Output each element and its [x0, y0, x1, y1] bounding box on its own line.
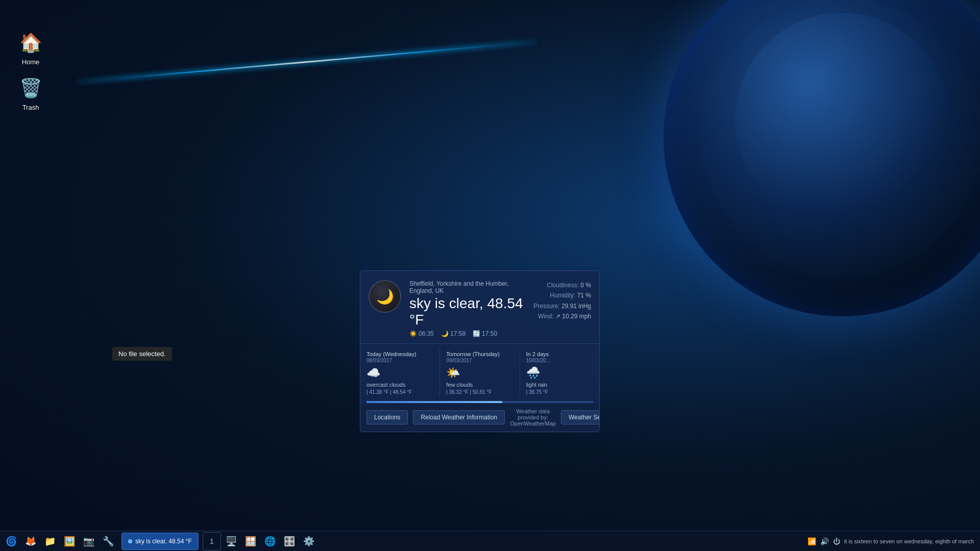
home-folder-icon: 🏠: [18, 31, 43, 55]
forecast-today-icon: ☁️: [366, 366, 433, 380]
taskbar-icon-filemanager[interactable]: 📁: [41, 532, 59, 550]
taskbar-power-icon[interactable]: ⏻: [833, 537, 840, 545]
taskbar-icon-settings[interactable]: 🔧: [99, 532, 117, 550]
weather-taskbar-button[interactable]: sky is clear, 48.54 °F: [121, 533, 199, 550]
taskbar-browser-icon[interactable]: 🪟: [241, 532, 260, 550]
weather-details: Cloudiness: 0 % Humidity: 71 % Pressure:…: [533, 280, 591, 322]
trash-icon[interactable]: 🗑️ Trash: [10, 76, 51, 111]
taskbar-volume-icon[interactable]: 🔊: [820, 537, 829, 545]
taskbar-app-label: sky is clear, 48.54 °F: [135, 538, 192, 545]
weather-settings-button[interactable]: Weather Settings: [561, 410, 600, 424]
locations-button[interactable]: Locations: [366, 410, 408, 424]
forecast-day2-label: In 2 days: [526, 351, 593, 357]
trash-icon-label: Trash: [22, 104, 39, 111]
weather-times: ☀️ 06:35 🌙 17:58 🔄 17:50: [409, 330, 525, 337]
forecast-tomorrow: Tomorrow (Thursday) 09/03/2017 🌤️ few cl…: [440, 349, 520, 397]
desktop-icons: 🏠 Home 🗑️ Trash: [10, 31, 51, 111]
taskbar-icon-screenshot[interactable]: 📷: [80, 532, 98, 550]
taskbar: 🌀 🦊 📁 🖼️ 📷 🔧 sky is clear, 48.54 °F 1 🖥️…: [0, 531, 980, 551]
home-icon-label: Home: [22, 58, 40, 66]
forecast-today-label: Today (Wednesday): [366, 351, 433, 357]
taskbar-network-status-icon[interactable]: 📶: [807, 537, 816, 545]
forecast-day2-date: 10/03/20...: [526, 358, 593, 363]
weather-temperature: sky is clear, 48.54 °F: [409, 295, 525, 328]
decorative-streak: [78, 41, 535, 83]
forecast-today-date: 08/03/2017: [366, 358, 433, 363]
trash-bin-icon: 🗑️: [18, 76, 43, 101]
weather-forecast: Today (Wednesday) 08/03/2017 ☁️ overcast…: [360, 344, 599, 401]
weather-main-section: 🌙 Sheffield, Yorkshire and the Humber, E…: [360, 271, 599, 343]
taskbar-icon-photos[interactable]: 🖼️: [60, 532, 79, 550]
weather-condition-icon: 🌙: [369, 280, 401, 313]
taskbar-workspace-icon[interactable]: 1: [203, 532, 221, 550]
forecast-today-desc: overcast clouds: [366, 382, 433, 388]
taskbar-icon-zorin[interactable]: 🌀: [2, 532, 20, 550]
taskbar-app-dot: [128, 539, 132, 543]
taskbar-network-icon[interactable]: 🌐: [261, 532, 279, 550]
taskbar-display-icon[interactable]: 🖥️: [222, 532, 240, 550]
home-icon[interactable]: 🏠 Home: [10, 31, 51, 66]
forecast-day2-desc: light rain: [526, 382, 593, 388]
weather-buttons-row: Locations Reload Weather Information Wea…: [360, 403, 599, 432]
forecast-tomorrow-temps: | 36.32 °F | 50.81 °F: [446, 389, 513, 395]
wind: Wind: ↗ 10.29 mph: [533, 311, 591, 321]
pressure: Pressure: 29.91 inHg: [533, 301, 591, 311]
cloudiness: Cloudiness: 0 %: [533, 280, 591, 290]
sunset-time: 🌙 17:58: [441, 330, 465, 337]
taskbar-right: 📶 🔊 ⏻ it is sixteen to seven on wednesda…: [801, 537, 980, 545]
forecast-today-temps: | 41.38 °F | 48.54 °F: [366, 389, 433, 395]
decorative-sphere: [664, 0, 980, 316]
forecast-tomorrow-icon: 🌤️: [446, 366, 513, 380]
forecast-tomorrow-label: Tomorrow (Thursday): [446, 351, 513, 357]
taskbar-audio-config-icon[interactable]: 🎛️: [280, 532, 299, 550]
weather-center-info: Sheffield, Yorkshire and the Humber, Eng…: [409, 280, 525, 337]
weather-location: Sheffield, Yorkshire and the Humber, Eng…: [409, 280, 525, 294]
weather-widget: 🌙 Sheffield, Yorkshire and the Humber, E…: [360, 270, 600, 432]
humidity: Humidity: 71 %: [533, 290, 591, 300]
weather-provider-info: Weather data provided by:OpenWeatherMap: [510, 408, 556, 427]
taskbar-cpu-icon[interactable]: ⚙️: [300, 532, 318, 550]
taskbar-left: 🌀 🦊 📁 🖼️ 📷 🔧: [0, 532, 119, 550]
sunrise-time: ☀️ 06:35: [409, 330, 434, 337]
forecast-day2-icon: 🌧️: [526, 366, 593, 380]
forecast-tomorrow-desc: few clouds: [446, 382, 513, 388]
forecast-tomorrow-date: 09/03/2017: [446, 358, 513, 363]
forecast-day2-temps: | 38.75 °F: [526, 389, 593, 395]
taskbar-icon-firefox[interactable]: 🦊: [21, 532, 40, 550]
updated-time: 🔄 17:50: [473, 330, 497, 337]
taskbar-clock: it is sixteen to seven on wednesday, eig…: [844, 538, 974, 544]
forecast-day2: In 2 days 10/03/20... 🌧️ light rain | 38…: [520, 349, 599, 397]
no-file-tooltip: No file selected.: [112, 347, 172, 361]
reload-weather-button[interactable]: Reload Weather Information: [413, 410, 505, 424]
forecast-today: Today (Wednesday) 08/03/2017 ☁️ overcast…: [360, 349, 440, 397]
taskbar-middle-icons: 1 🖥️ 🪟 🌐 🎛️ ⚙️: [201, 532, 320, 550]
